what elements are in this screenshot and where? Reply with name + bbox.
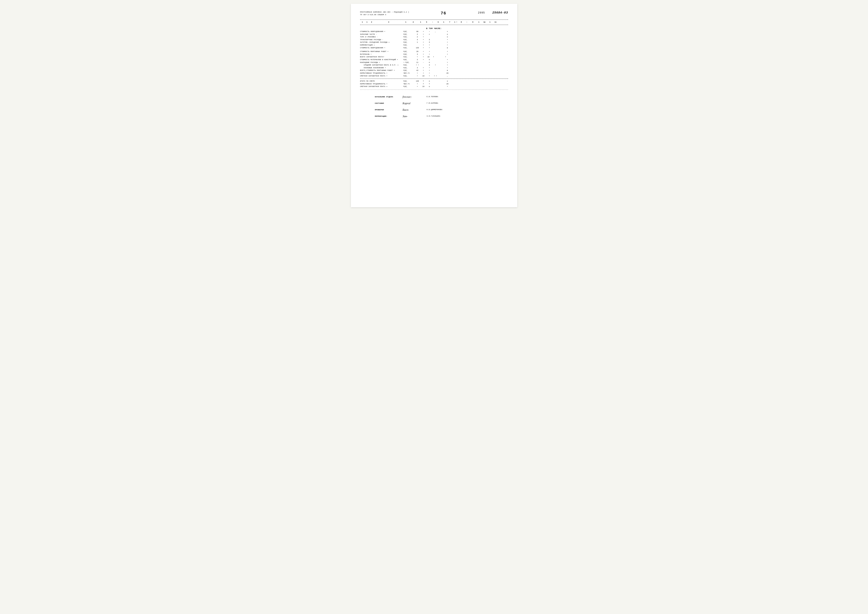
label-spare-parts: ЗАПАСНЫЕ ЧАСТИ - xyxy=(360,33,404,36)
row-warehouse: ЗАГОТОВ.-СКЛАДСКИЕ РАСХОДЫ = Руб, 1 • 3 … xyxy=(360,41,508,44)
col-sep1: 1 xyxy=(404,21,408,23)
val7-equipment-cost: 98 xyxy=(414,31,421,33)
sig-title-perforation: ПЕРФОРАЦИЯ: xyxy=(375,115,403,117)
row-transport: ТРАНСПОРТНЫЕ РАСХОДЫ - Руб, 4 • 3 • xyxy=(360,39,508,41)
header-left: ПРОГРАММНАЯ КОМПЛЕКС АВС-3ЕС : РЕДАКЦИЯ … xyxy=(360,11,409,16)
sig-row-chief: НАЧАЛЬНИК ОТДЕЛА freceurƒ Е.В.ТЕПЛОВА xyxy=(375,95,508,98)
sig-row-compiled: СОСТАВИЛ Kaprul Г.Ф.КАРПОВА xyxy=(375,102,508,105)
col-10: 1в xyxy=(481,21,488,23)
header-page-num: 76 xyxy=(441,11,446,16)
label-avg-wage: СРЕДНЯЯ ЗАРАБОТНАЯ ПЛАТА В Н.Р. = xyxy=(360,64,404,67)
sig-name-compiled: Г.Ф.КАРПОВА xyxy=(427,102,438,104)
col-1: 1 xyxy=(360,21,365,23)
row-norm-labor: НОРМАТИВНАЯ ТРУДОЕМКОСТЬ • ЧЕЛ.•Ч • • • … xyxy=(360,72,508,75)
installation-group: СТОИМОСТЬ МОНТАЖНЫХ РАБОТ • Руб, 28 • • … xyxy=(360,50,508,77)
equipment-group: СТОИМОСТЬ ОБОРУДОВАНИЯ • Руб, 98 • › , »… xyxy=(360,30,508,49)
col-2: 2 xyxy=(369,21,374,23)
label-transport: ТРАНСПОРТНЫЕ РАСХОДЫ - xyxy=(360,39,404,41)
header-line2: ТП 407-3-510.88 Альбом 4 xyxy=(360,14,409,16)
col-7: 7 xyxy=(446,21,454,23)
label-planned-savings: ПЛАНОВЫЕ НАКОПЛЕНИЯ • xyxy=(360,67,404,69)
col-5: 5 xyxy=(423,21,430,23)
row-equipment-cost: СТОИМОСТЬ ОБОРУДОВАНИЯ • Руб, 98 • › , » xyxy=(360,30,508,33)
sig-sign-chief: freceurƒ xyxy=(403,95,427,98)
row-total-wages: ВСЕГО ЗАРАБОТНАЯ ПЛАТА• Руб, • • 16 • • xyxy=(360,56,508,59)
signature-section: НАЧАЛЬНИК ОТДЕЛА freceurƒ Е.В.ТЕПЛОВА СО… xyxy=(360,95,508,118)
row-overhead: НАКЛАДНЫЕ РАСХОДЫ • • Руб, 11 - п • xyxy=(360,61,508,64)
page-header: ПРОГРАММНАЯ КОМПЛЕКС АВС-3ЕС : РЕДАКЦИЯ … xyxy=(360,11,508,16)
col-sep8: 1 xyxy=(488,21,492,23)
page: ПРОГРАММНАЯ КОМПЛЕКС АВС-3ЕС : РЕДАКЦИЯ … xyxy=(351,4,517,207)
row-spare-parts: ЗАПАСНЫЕ ЧАСТИ - Руб, 2 • « о xyxy=(360,33,508,36)
row-install-cost: СТОИМОСТЬ МОНТАЖНЫХ РАБОТ • Руб, 28 • • … xyxy=(360,50,508,53)
val-mid-16: 16 xyxy=(426,56,431,58)
header-right: 2995 25684-03 xyxy=(478,11,508,14)
row-norm-labor-total: НОРМАТИВНАЯ ТРУДОЕМКОСТЬ • ЧЕЛ.•Ч • ? ? … xyxy=(360,83,508,85)
col-sep3: : xyxy=(430,21,435,23)
col-sep5: 1 • xyxy=(454,21,458,23)
row-materials: МАТЕРИАЛЫ • Руб, 3 • • • xyxy=(360,53,508,56)
label-completion: КОМПЛЕКТАЦИЯ = xyxy=(360,44,404,47)
label-mat-struct: СТОИМОСТЬ МАТЕРИАЛОВ И КОНСТРУКЦИЙ • xyxy=(360,59,404,61)
val7-spare: 2 xyxy=(414,33,421,36)
dot2: , xyxy=(433,31,438,33)
label-norm-labor: НОРМАТИВНАЯ ТРУДОЕМКОСТЬ • xyxy=(360,72,404,75)
label-install-cost: СТОИМОСТЬ МОНТАЖНЫХ РАБОТ • xyxy=(360,51,404,53)
unit-equipment-cost: Руб, xyxy=(404,31,414,33)
label-smet-wage-total: СМЕТНАЯ ЗАРАБОТНАЯ ПЛАТА = xyxy=(360,85,404,88)
unit-spare-parts: Руб, xyxy=(404,33,414,36)
sig-title-compiled: СОСТАВИЛ xyxy=(375,102,403,104)
label-smet-wage: СМЕТНАЯ ЗАРАБОТНАЯ ПЛАТА • xyxy=(360,75,404,77)
row-smet-wage: СМЕТНАЯ ЗАРАБОТНАЯ ПЛАТА • Руб, • 19 • •… xyxy=(360,75,508,78)
label-norm-labor-total: НОРМАТИВНАЯ ТРУДОЕМКОСТЬ • xyxy=(360,83,404,85)
col-sep6: : xyxy=(465,21,469,23)
header-year: 2995 xyxy=(478,11,485,14)
label-packaging: ТАРА И УПАКОВКА - xyxy=(360,36,404,38)
row-avg-wage: СРЕДНЯЯ ЗАРАБОТНАЯ ПЛАТА В Н.Р. = Руб, •… xyxy=(360,64,508,67)
col-4: 4 xyxy=(408,21,418,23)
sig-name-perforation: З.Я.ГАЛАНЬИНА xyxy=(427,115,440,117)
sig-row-perforation: ПЕРФОРАЦИЯ: Зан- З.Я.ГАЛАНЬИНА xyxy=(375,115,508,118)
sig-name-checked: Н.Б.ЦИММЕРИНОВА xyxy=(427,109,443,111)
col-6: 6 xyxy=(435,21,442,23)
col-9: 9 xyxy=(469,21,477,23)
label-warehouse: ЗАГОТОВ.-СКЛАДСКИЕ РАСХОДЫ = xyxy=(360,41,404,44)
col-1b: 1 xyxy=(365,21,369,23)
row-total-equipment: СТОИМОСТЬ ОБОРУДОВАНИЯ • Руб, 1ЗЭ • • в xyxy=(360,47,508,50)
header-line1: ПРОГРАММНАЯ КОМПЛЕКС АВС-3ЕС : РЕДАКЦИЯ … xyxy=(360,11,409,14)
header-docnum: 25684-03 xyxy=(492,11,508,14)
col-sep4: 1 xyxy=(442,21,446,23)
row-total-install: ВСЕГО,СТОИМОСТЬ МОНТАЖНЫХ РАБОТ • Руб, 4… xyxy=(360,69,508,72)
sig-sign-perforation: Зан- xyxy=(403,115,427,118)
label-overhead: НАКЛАДНЫЕ РАСХОДЫ • xyxy=(360,61,404,64)
sig-sign-checked: Бисеt xyxy=(403,108,427,111)
row-completion: КОМПЛЕКТАЦИЯ = Руб, • • • xyxy=(360,44,508,47)
col-bottom-border xyxy=(360,25,508,25)
label-equipment-cost: СТОИМОСТЬ ОБОРУДОВАНИЯ • xyxy=(360,31,404,33)
label-total-install: ВСЕГО,СТОИМОСТЬ МОНТАЖНЫХ РАБОТ • xyxy=(360,69,404,72)
sig-row-checked: ПРОВЕРИЛ Бисеt Н.Б.ЦИММЕРИНОВА xyxy=(375,108,508,111)
section-title: В ТОМ ЧИСЛЕ: xyxy=(360,26,508,30)
col-8: 8 xyxy=(458,21,465,23)
pre-total-border xyxy=(360,78,508,79)
top-border xyxy=(360,19,508,20)
label-total-wages: ВСЕГО ЗАРАБОТНАЯ ПЛАТА• xyxy=(360,56,404,58)
val-3: 3 xyxy=(426,64,433,67)
sig-sign-compiled: Kaprul xyxy=(403,102,427,105)
row-smet-wage-total: СМЕТНАЯ ЗАРАБОТНАЯ ПЛАТА = Руб, • 19 о • xyxy=(360,85,508,88)
dot3: » xyxy=(445,31,450,33)
sig-title-chief: НАЧАЛЬНИК ОТДЕЛА xyxy=(375,96,403,98)
row-planned-savings: ПЛАНОВЫЕ НАКОПЛЕНИЯ • Руб, 3 • • • xyxy=(360,67,508,69)
col-sep7: 1 xyxy=(477,21,481,23)
totals-group: ИТОГО ПО СМЕТЕ Руб, 130 ? о о НОРМАТИВНА… xyxy=(360,80,508,88)
col-11: 11 xyxy=(492,21,499,23)
val8: › xyxy=(426,31,433,33)
label-total-equipment: СТОИМОСТЬ ОБОРУДОВАНИЯ • xyxy=(360,47,404,49)
row-total-estimate: ИТОГО ПО СМЕТЕ Руб, 130 ? о о xyxy=(360,80,508,83)
column-header-row: 1 1 2 3 1 4 1 5 : 6 1 7 1 • 8 : 9 1 1в 1… xyxy=(360,21,508,23)
row-packaging: ТАРА И УПАКОВКА - Руб, 2 • о xyxy=(360,36,508,39)
sig-title-checked: ПРОВЕРИЛ xyxy=(375,109,403,111)
col-sep2: 1 xyxy=(418,21,423,23)
dot1: • xyxy=(421,31,426,33)
sig-name-chief: Е.В.ТЕПЛОВА xyxy=(427,96,438,98)
